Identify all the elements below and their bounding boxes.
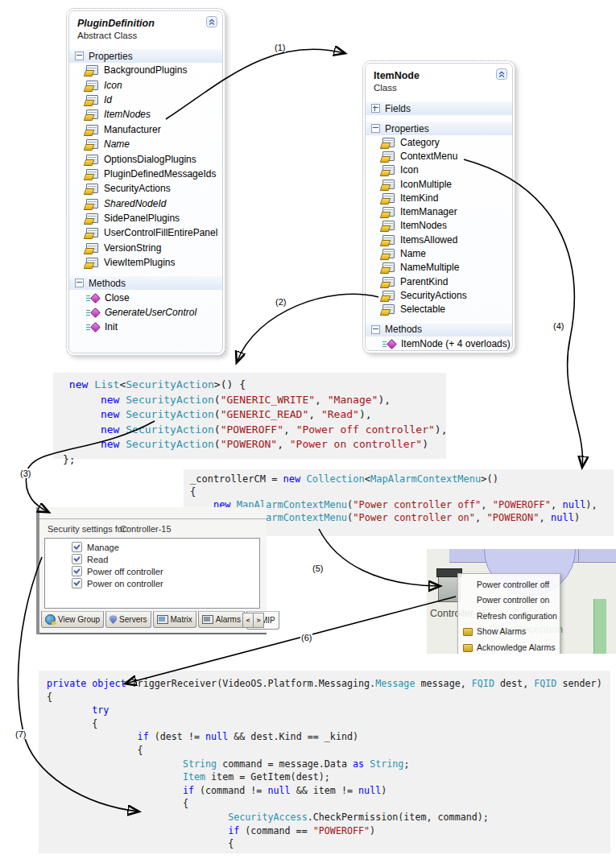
property-icon — [86, 95, 98, 105]
tab-label: Servers — [119, 615, 147, 624]
property-item[interactable]: ItemKind — [366, 191, 512, 204]
member-label: SecurityActions — [104, 183, 171, 194]
checkbox-checked-icon[interactable] — [72, 542, 82, 552]
property-item[interactable]: Icon — [69, 77, 222, 92]
method-item[interactable]: GenerateUserControl — [69, 305, 222, 320]
property-item[interactable]: ContextMenu — [366, 149, 512, 163]
class-box-plugindefinition: PluginDefinition Abstract Class Properti… — [66, 8, 225, 356]
property-item[interactable]: ParentKind — [366, 275, 512, 288]
permission-label: Power off controller — [87, 567, 163, 576]
property-item[interactable]: BackgroundPlugins — [69, 63, 222, 77]
property-item[interactable]: SidePanelPlugins — [69, 211, 222, 225]
code-line: new SecurityAction("POWERON", "Power on … — [63, 437, 440, 452]
property-item[interactable]: Name — [366, 246, 512, 260]
property-item[interactable]: Category — [366, 135, 512, 149]
permission-row: Power on controller — [45, 577, 259, 589]
property-item[interactable]: ItemsAllowed — [366, 233, 512, 246]
property-item[interactable]: Name — [69, 137, 222, 151]
tab-label: Alarms — [216, 615, 241, 624]
checkbox-checked-icon[interactable] — [72, 578, 82, 588]
checkbox-checked-icon[interactable] — [72, 554, 82, 564]
property-item[interactable]: SecurityActions — [366, 288, 512, 302]
property-icon — [86, 258, 98, 267]
context-menu-item[interactable]: Show Alarms — [458, 624, 560, 640]
method-item[interactable]: Init — [69, 320, 222, 334]
permissions-listbox: ManageReadPower off controllerPower on c… — [44, 538, 260, 609]
checkbox-checked-icon[interactable] — [72, 566, 82, 576]
class-title: ItemNode — [374, 70, 506, 81]
property-item[interactable]: Selectable — [366, 303, 512, 316]
tab-scroll-right-button[interactable]: > — [253, 613, 264, 628]
permission-row: Power off controller — [45, 565, 259, 577]
property-icon — [382, 262, 395, 272]
permission-row: Manage — [45, 541, 259, 553]
context-menu-item[interactable]: Refresh configuration — [458, 608, 560, 624]
property-item[interactable]: UserControlFillEntirePanel — [69, 225, 222, 240]
tab-alarms[interactable]: Alarms — [198, 611, 245, 628]
tab-label: View Group — [58, 615, 100, 624]
code-line: Item item = GetItem(dest); — [47, 770, 606, 784]
context-menu-item[interactable]: Power controller off — [458, 576, 560, 593]
member-label: Id — [104, 94, 112, 105]
menu-icon-spacer — [462, 580, 473, 588]
annotation-3: (3) — [19, 469, 31, 478]
method-item[interactable]: ItemNode (+ 4 overloads) — [366, 337, 512, 350]
collapse-icon[interactable] — [371, 124, 380, 133]
context-menu-item[interactable]: Power controller on — [458, 593, 560, 609]
class-sections: FieldsPropertiesCategoryContextMenuIconI… — [366, 101, 512, 350]
property-item[interactable]: SharedNodeId — [69, 196, 222, 211]
member-label: OptionsDialogPlugins — [104, 154, 196, 165]
property-item[interactable]: SecurityActions — [69, 181, 222, 196]
class-box-header: PluginDefinition Abstract Class — [69, 11, 222, 43]
member-label: ParentKind — [400, 276, 448, 287]
section-label: Properties — [89, 51, 133, 62]
property-item[interactable]: NameMultiple — [366, 261, 512, 275]
alarm-icon — [462, 627, 473, 635]
tab-scroll-left-button[interactable]: < — [242, 613, 254, 628]
class-box-body: PluginDefinition Abstract Class Properti… — [68, 10, 223, 353]
property-item[interactable]: Id — [69, 93, 222, 107]
code-line: private object TriggerReceiver(VideoOS.P… — [47, 677, 606, 691]
arrow-2 — [237, 294, 378, 362]
property-icon — [382, 180, 395, 189]
collapse-icon[interactable] — [75, 52, 84, 60]
section-label: Fields — [385, 103, 411, 114]
collapse-icon[interactable] — [371, 325, 380, 334]
code-line: { — [47, 837, 606, 851]
code-snippet-trigger-receiver: private object TriggerReceiver(VideoOS.P… — [39, 671, 610, 853]
tab-view-group[interactable]: View Group — [41, 611, 104, 628]
alarm-monitor-icon — [202, 615, 213, 624]
section-header-methods: Methods — [366, 322, 512, 337]
permission-label: Read — [87, 555, 108, 564]
property-icon — [382, 221, 395, 230]
member-label: ItemsAllowed — [400, 234, 457, 246]
member-label: Name — [104, 138, 130, 150]
code-line: }; — [63, 452, 440, 468]
code-line: SecurityAccess.CheckPermission(item, com… — [47, 811, 606, 824]
context-menu-item[interactable]: Acknowledge Alarms — [458, 639, 560, 654]
property-item[interactable]: ViewItemPlugins — [69, 255, 222, 270]
method-item[interactable]: Close — [69, 290, 222, 304]
tab-matrix[interactable]: Matrix — [153, 611, 196, 628]
class-subtitle: Class — [374, 83, 506, 93]
collapse-chevron-icon[interactable] — [496, 68, 507, 83]
code-line: if (dest != null && dest.Kind == _kind) — [47, 730, 606, 744]
member-label: SecurityActions — [400, 290, 467, 301]
collapse-icon[interactable] — [75, 279, 84, 287]
property-item[interactable]: OptionsDialogPlugins — [69, 151, 222, 166]
map-door-zone — [593, 599, 606, 654]
property-item[interactable]: ItemManager — [366, 204, 512, 218]
tab-servers[interactable]: Servers — [105, 611, 151, 628]
property-item[interactable]: ItemNodes — [366, 219, 512, 233]
property-icon — [382, 207, 395, 217]
expand-icon[interactable] — [371, 104, 380, 113]
property-item[interactable]: ItemNodes — [69, 107, 222, 122]
property-item[interactable]: IconMultiple — [366, 177, 512, 191]
member-label: SidePanelPlugins — [104, 213, 180, 224]
property-item[interactable]: PluginDefinedMessageIds — [69, 167, 222, 181]
property-item[interactable]: VersionString — [69, 241, 222, 255]
property-item[interactable]: Icon — [366, 163, 512, 177]
property-item[interactable]: Manufacturer — [69, 122, 222, 137]
collapse-chevron-icon[interactable] — [206, 16, 217, 31]
member-label: NameMultiple — [400, 262, 459, 273]
